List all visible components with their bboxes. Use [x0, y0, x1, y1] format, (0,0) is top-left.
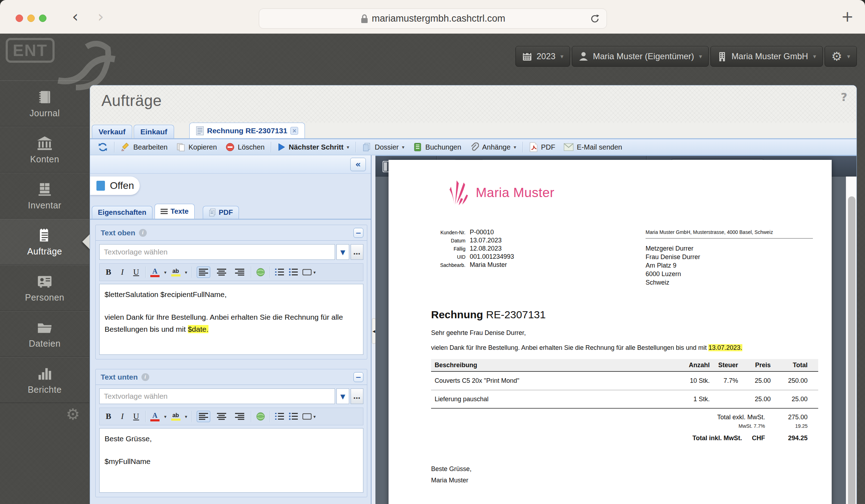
link-button[interactable] [256, 268, 265, 277]
insert-field-button[interactable]: ▾ [302, 413, 316, 420]
next-step-button[interactable]: Nächster Schritt ▾ [273, 141, 353, 153]
highlight-button[interactable]: ab [171, 268, 180, 276]
yellow-color-bar [171, 274, 180, 276]
underline-button[interactable]: U [132, 268, 141, 277]
globe-link-icon [256, 268, 265, 277]
align-right-button[interactable] [233, 267, 246, 278]
salutation-line: $letterSalutation $recipientFullName, [105, 289, 358, 301]
pdf-scrollbar[interactable] [846, 177, 857, 504]
collapse-section-button[interactable]: − [353, 372, 363, 382]
tab-texte[interactable]: Texte [155, 204, 195, 219]
refresh-button[interactable] [94, 141, 112, 153]
sidebar-gear-icon[interactable]: ⚙ [66, 405, 80, 423]
edit-label: Bearbeiten [133, 143, 168, 151]
address-bar[interactable]: mariamustergmbh.cashctrl.com [259, 9, 607, 29]
text-oben-content[interactable]: $letterSalutation $recipientFullName, vi… [99, 284, 363, 355]
bullet-list-button[interactable] [289, 268, 298, 276]
template-select-input[interactable] [99, 388, 335, 404]
company-menu-button[interactable]: Maria Muster GmbH ▾ [710, 46, 823, 67]
bookings-button[interactable]: Buchungen [409, 141, 465, 153]
new-tab-button[interactable]: + [841, 8, 854, 25]
chevron-down-icon[interactable]: ▾ [164, 270, 167, 275]
combo-more-button[interactable]: … [351, 388, 363, 404]
toolbar-separator [271, 142, 271, 152]
fiscal-year-button[interactable]: 2023 ▾ [515, 46, 570, 67]
panel-splitter[interactable]: ◀ [371, 155, 375, 504]
contacts-icon [37, 273, 53, 290]
numbered-list-button[interactable] [275, 413, 284, 420]
close-window-button[interactable] [16, 15, 23, 22]
chevron-down-icon[interactable]: ▾ [164, 414, 167, 419]
chevron-down-icon[interactable]: ▾ [185, 414, 188, 419]
maximize-window-button[interactable] [39, 15, 46, 22]
user-menu-button[interactable]: Maria Muster (Eigentümer) ▾ [572, 46, 709, 67]
copy-button[interactable]: Kopieren [172, 141, 221, 153]
italic-button[interactable]: I [118, 412, 127, 421]
sidebar-item-journal[interactable]: Journal [0, 80, 89, 127]
align-left-button[interactable] [197, 411, 210, 422]
sidebar-item-dateien[interactable]: Dateien [0, 311, 89, 357]
delete-button[interactable]: Löschen [221, 141, 269, 153]
bold-button[interactable]: B [104, 412, 113, 421]
bank-icon [37, 135, 53, 151]
invoice-salutation: Sehr geehrte Frau Denise Durrer, [431, 329, 526, 337]
text-unten-content[interactable]: Beste Grüsse, $myFullName [99, 428, 363, 493]
numbered-list-icon [275, 268, 284, 276]
font-color-button[interactable]: A [150, 412, 160, 421]
align-right-button[interactable] [233, 411, 246, 422]
close-tab-icon[interactable]: × [290, 127, 298, 135]
combo-dropdown-button[interactable]: ▼ [336, 388, 349, 404]
dossier-button[interactable]: Dossier ▾ [358, 141, 409, 153]
link-button[interactable] [256, 412, 265, 421]
underline-button[interactable]: U [132, 412, 141, 421]
collapse-section-button[interactable]: − [353, 228, 363, 238]
align-left-button[interactable] [197, 267, 210, 278]
insert-field-button[interactable]: ▾ [302, 269, 316, 275]
user-icon [579, 51, 588, 61]
tab-pdf[interactable]: PDF [203, 206, 239, 219]
align-center-button[interactable] [215, 411, 228, 422]
minimize-window-button[interactable] [27, 15, 35, 22]
chevron-down-icon: ▾ [699, 53, 702, 60]
tab-eigenschaften[interactable]: Eigenschaften [92, 206, 152, 219]
italic-button[interactable]: I [118, 268, 127, 277]
copy-icon [176, 142, 185, 152]
attachments-button[interactable]: Anhänge ▾ [465, 141, 520, 153]
table-header-row: Beschreibung Anzahl Steuer Preis Total [431, 359, 818, 372]
chevron-down-icon: ▾ [847, 53, 850, 60]
sidebar-item-inventar[interactable]: Inventar [0, 173, 89, 219]
tab-einkauf[interactable]: Einkauf [134, 125, 174, 138]
reload-icon[interactable] [590, 13, 600, 24]
help-icon[interactable]: ? [841, 90, 847, 104]
tab-rechnung-active[interactable]: Rechnung RE-2307131 × [189, 123, 305, 138]
chevron-down-icon[interactable]: ▾ [185, 270, 188, 275]
template-select-input[interactable] [99, 244, 335, 260]
edit-button[interactable]: Bearbeiten [117, 141, 172, 153]
align-center-button[interactable] [215, 267, 228, 278]
tab-verkauf[interactable]: Verkauf [92, 125, 132, 138]
combo-more-button[interactable]: … [351, 244, 363, 260]
highlight-button[interactable]: ab [171, 413, 180, 421]
sidebar-item-konten[interactable]: Konten [0, 127, 89, 173]
toolbar-separator [145, 267, 146, 278]
sidebar-item-berichte[interactable]: Berichte [0, 357, 89, 403]
sidebar-item-auftraege[interactable]: Aufträge [0, 219, 89, 265]
calendar-icon [522, 51, 532, 61]
bold-button[interactable]: B [104, 268, 113, 277]
paperclip-icon [470, 142, 479, 152]
forward-button[interactable]: › [93, 6, 108, 27]
scrollbar-thumb[interactable] [848, 196, 855, 504]
font-color-button[interactable]: A [150, 268, 160, 277]
numbered-list-button[interactable] [275, 268, 284, 276]
back-button[interactable]: ‹ [67, 6, 83, 27]
invoice-table: Beschreibung Anzahl Steuer Preis Total C… [431, 359, 818, 442]
settings-button[interactable]: ⚙ ▾ [825, 46, 857, 67]
meta-row: Sachbearb.Maria Muster [425, 261, 514, 269]
send-email-button[interactable]: E-Mail senden [559, 141, 626, 153]
collapse-panel-button[interactable]: « [350, 158, 366, 171]
pdf-button[interactable]: PDF [525, 141, 559, 153]
sidebar-item-personen[interactable]: Personen [0, 265, 89, 311]
order-detail-left-panel: « Offen Eigenschaften Texte [90, 155, 371, 504]
combo-dropdown-button[interactable]: ▼ [336, 244, 349, 260]
bullet-list-button[interactable] [289, 413, 298, 420]
